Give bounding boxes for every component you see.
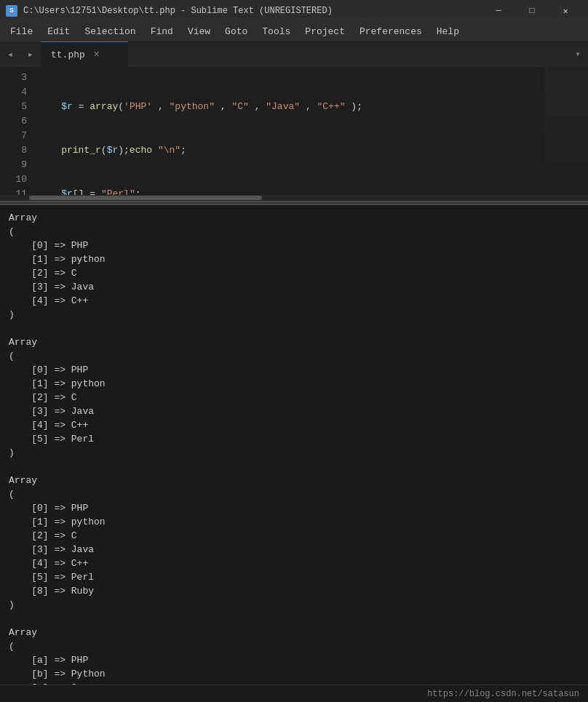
minimize-button[interactable]: — [482, 0, 515, 22]
window-title: C:\Users\12751\Desktop\tt.php - Sublime … [23, 6, 476, 16]
console-output[interactable]: Array ( [0] => PHP [1] => python [2] => … [0, 205, 588, 685]
windows-titlebar: S C:\Users\12751\Desktop\tt.php - Sublim… [0, 0, 588, 22]
menu-item-view[interactable]: View [180, 24, 218, 39]
line-num-9: 9 [0, 158, 27, 172]
line-num-7: 7 [0, 129, 27, 143]
menu-item-file[interactable]: File [3, 24, 40, 39]
code-editor: 3 4 5 6 7 8 9 10 11 $r = array('PHP' , "… [0, 68, 588, 195]
minimap [544, 68, 588, 195]
close-button[interactable]: ✕ [549, 0, 582, 22]
tab-nav-left[interactable]: ◂ [0, 41, 20, 67]
menu-item-tools[interactable]: Tools [255, 24, 298, 39]
menubar: FileEditSelectionFindViewGotoToolsProjec… [0, 22, 588, 42]
line-num-11: 11 [0, 187, 27, 195]
tab-nav-right[interactable]: ▸ [20, 41, 41, 67]
line-num-5: 5 [0, 100, 27, 114]
line-num-8: 8 [0, 143, 27, 158]
line-num-6: 6 [0, 114, 27, 129]
menu-item-preferences[interactable]: Preferences [352, 24, 429, 39]
code-line-3: $r = array('PHP' , "python" , "C" , "Jav… [39, 100, 588, 114]
tab-dropdown[interactable]: ▾ [568, 41, 588, 67]
code-content[interactable]: $r = array('PHP' , "python" , "C" , "Jav… [33, 68, 588, 195]
statusbar-right: https://blog.csdn.net/satasun [427, 689, 579, 699]
tab-tt-php[interactable]: tt.php × [41, 41, 128, 67]
menu-item-selection[interactable]: Selection [77, 24, 143, 39]
menu-item-help[interactable]: Help [429, 24, 466, 39]
menu-item-goto[interactable]: Goto [218, 24, 255, 39]
line-num-10: 10 [0, 172, 27, 187]
statusbar: https://blog.csdn.net/satasun [0, 685, 588, 702]
code-line-5: $r[] = "Perl"; [39, 187, 588, 195]
line-num-3: 3 [0, 71, 27, 85]
editor-scrollbar-thumb [29, 196, 262, 200]
code-line-4: print_r($r);echo "\n"; [39, 143, 588, 158]
console-text: Array ( [0] => PHP [1] => python [2] => … [9, 211, 579, 685]
menu-item-edit[interactable]: Edit [40, 24, 77, 39]
editor-scrollbar[interactable] [0, 195, 588, 201]
tab-close-button[interactable]: × [91, 49, 103, 60]
app-icon: S [6, 5, 17, 17]
window-controls: — □ ✕ [482, 0, 582, 22]
tab-filename: tt.php [51, 49, 85, 60]
line-num-4: 4 [0, 85, 27, 100]
menu-item-project[interactable]: Project [298, 24, 352, 39]
menu-item-find[interactable]: Find [143, 24, 180, 39]
tabbar: ◂ ▸ tt.php × ▾ [0, 42, 588, 68]
line-numbers: 3 4 5 6 7 8 9 10 11 [0, 68, 33, 195]
maximize-button[interactable]: □ [515, 0, 549, 22]
